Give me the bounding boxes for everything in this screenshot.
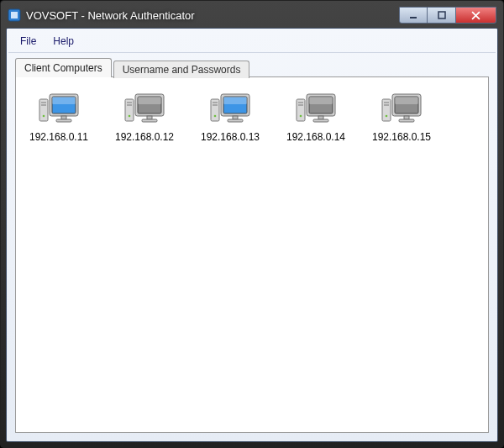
svg-rect-21 [142,119,157,122]
tab-panel-client-computers: 192.168.0.11 192.168.0.12 192.168.0.13 [15,76,489,433]
svg-rect-3 [438,12,445,18]
computer-ip-label: 192.168.0.13 [201,131,260,143]
computer-item[interactable]: 192.168.0.14 [283,91,349,143]
computer-icon [381,91,423,126]
window-controls [399,7,496,24]
svg-point-25 [214,115,217,118]
svg-rect-37 [309,97,333,104]
tab-username-passwords[interactable]: Username and Passwords [113,61,250,78]
computer-ip-label: 192.168.0.11 [29,131,88,143]
svg-rect-38 [318,116,323,119]
svg-point-34 [300,115,302,118]
svg-rect-2 [410,17,417,18]
computer-item[interactable]: 192.168.0.15 [369,91,434,143]
close-button[interactable] [456,7,496,24]
svg-rect-42 [384,104,389,106]
tab-client-computers[interactable]: Client Computers [15,58,112,77]
svg-rect-28 [223,97,247,104]
svg-rect-20 [147,116,152,119]
svg-rect-47 [404,116,409,119]
svg-rect-10 [52,97,76,104]
svg-rect-48 [399,119,414,122]
computer-item[interactable]: 192.168.0.13 [197,91,263,143]
client-area: File Help Client Computers Username and … [6,28,498,442]
computer-list: 192.168.0.11 192.168.0.12 192.168.0.13 [26,91,478,143]
app-icon [8,8,21,22]
tab-strip: Client Computers Username and Passwords [15,58,489,77]
computer-icon [123,91,165,126]
tab-area: Client Computers Username and Passwords … [8,53,496,440]
computer-item[interactable]: 192.168.0.11 [26,91,92,143]
menu-help[interactable]: Help [46,34,81,49]
svg-rect-33 [298,104,303,106]
computer-ip-label: 192.168.0.12 [115,131,174,143]
window-title: VOVSOFT - Network Authenticator [26,9,399,22]
computer-icon [38,91,80,126]
menu-file[interactable]: File [13,34,43,49]
svg-rect-12 [56,119,71,122]
computer-item[interactable]: 192.168.0.12 [112,91,177,143]
svg-point-16 [129,115,131,118]
svg-rect-5 [41,102,46,103]
svg-point-43 [386,115,388,118]
svg-rect-32 [298,102,303,103]
svg-rect-23 [213,102,218,103]
svg-rect-6 [41,104,46,106]
svg-rect-46 [395,97,418,104]
svg-rect-15 [127,104,132,106]
svg-rect-11 [61,116,66,119]
menubar: File Help [8,30,496,53]
svg-point-7 [43,115,45,118]
computer-icon [295,91,337,126]
titlebar: VOVSOFT - Network Authenticator [6,6,498,28]
svg-rect-19 [138,97,161,104]
computer-ip-label: 192.168.0.15 [372,131,431,143]
svg-rect-1 [11,12,18,18]
svg-rect-30 [228,119,243,122]
svg-rect-39 [313,119,328,122]
svg-rect-29 [233,116,238,119]
computer-icon [209,91,251,126]
svg-rect-24 [213,104,218,106]
app-window: VOVSOFT - Network Authenticator File Hel… [0,0,504,448]
computer-ip-label: 192.168.0.14 [286,131,345,143]
svg-rect-41 [384,102,389,103]
minimize-button[interactable] [399,7,428,24]
maximize-button[interactable] [428,7,456,24]
svg-rect-14 [127,102,132,103]
